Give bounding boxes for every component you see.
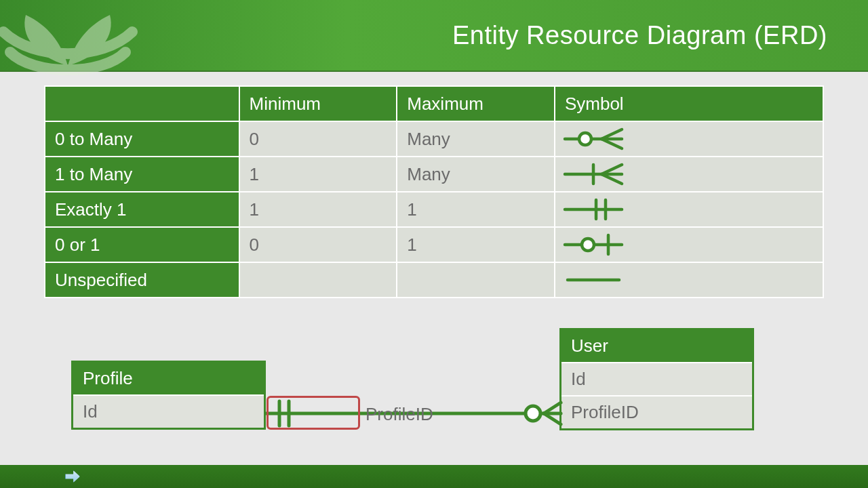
unspecified-icon xyxy=(562,266,627,293)
cell-symbol xyxy=(555,227,823,262)
cell-symbol xyxy=(555,157,823,192)
cell-max: Many xyxy=(397,121,555,157)
footer-bar xyxy=(0,465,868,488)
table-row: 0 or 1 0 1 xyxy=(45,227,823,262)
table-row: Unspecified xyxy=(45,262,823,298)
cell-symbol xyxy=(555,262,823,298)
svg-point-1 xyxy=(579,133,591,145)
cell-max xyxy=(397,262,555,298)
page-title: Entity Resource Diagram (ERD) xyxy=(452,21,827,50)
entity-title: User xyxy=(561,330,752,362)
col-header-maximum: Maximum xyxy=(397,86,555,121)
erd-diagram: Profile Id User Id ProfileID ProfileID xyxy=(44,328,824,464)
cell-min: 1 xyxy=(239,192,397,227)
col-header-blank xyxy=(45,86,239,121)
row-label: 0 to Many xyxy=(45,121,239,157)
footer-slot-icon[interactable] xyxy=(46,472,56,481)
zero-to-many-icon xyxy=(562,125,627,152)
entity-attr: Id xyxy=(73,394,264,428)
one-to-many-icon xyxy=(562,161,627,188)
cell-max: 1 xyxy=(397,227,555,262)
cell-max: Many xyxy=(397,157,555,192)
cell-symbol xyxy=(555,121,823,157)
row-label: 1 to Many xyxy=(45,157,239,192)
footer-slot-icon[interactable] xyxy=(8,472,18,481)
zero-or-one-icon xyxy=(562,231,627,258)
entity-title: Profile xyxy=(73,363,264,394)
row-label: Exactly 1 xyxy=(45,192,239,227)
cell-min: 0 xyxy=(239,121,397,157)
row-label: Unspecified xyxy=(45,262,239,298)
highlight-box xyxy=(267,396,360,430)
entity-profile: Profile Id xyxy=(71,361,266,430)
cell-symbol xyxy=(555,192,823,227)
exactly-one-icon xyxy=(562,196,627,223)
row-label: 0 or 1 xyxy=(45,227,239,262)
entity-user: User Id ProfileID xyxy=(559,328,754,430)
next-arrow-icon[interactable] xyxy=(65,470,80,483)
table-row: Exactly 1 1 1 xyxy=(45,192,823,227)
svg-point-12 xyxy=(582,239,594,251)
relationship-label: ProfileID xyxy=(366,404,433,425)
svg-line-19 xyxy=(544,403,561,413)
table-row: 1 to Many 1 Many xyxy=(45,157,823,192)
footer-slot-icon[interactable] xyxy=(27,472,37,481)
brand-logo-icon xyxy=(0,0,142,83)
cell-max: 1 xyxy=(397,192,555,227)
entity-attr: ProfileID xyxy=(561,395,752,428)
col-header-symbol: Symbol xyxy=(555,86,823,121)
cell-min: 0 xyxy=(239,227,397,262)
svg-line-20 xyxy=(544,413,561,424)
cell-min xyxy=(239,262,397,298)
cell-min: 1 xyxy=(239,157,397,192)
svg-point-18 xyxy=(526,406,540,421)
entity-attr: Id xyxy=(561,362,752,395)
cardinality-table: Minimum Maximum Symbol 0 to Many 0 Many xyxy=(44,85,824,298)
main-content: Minimum Maximum Symbol 0 to Many 0 Many xyxy=(0,72,868,464)
header-bar: Entity Resource Diagram (ERD) xyxy=(0,0,868,72)
table-row: 0 to Many 0 Many xyxy=(45,121,823,157)
col-header-minimum: Minimum xyxy=(239,86,397,121)
